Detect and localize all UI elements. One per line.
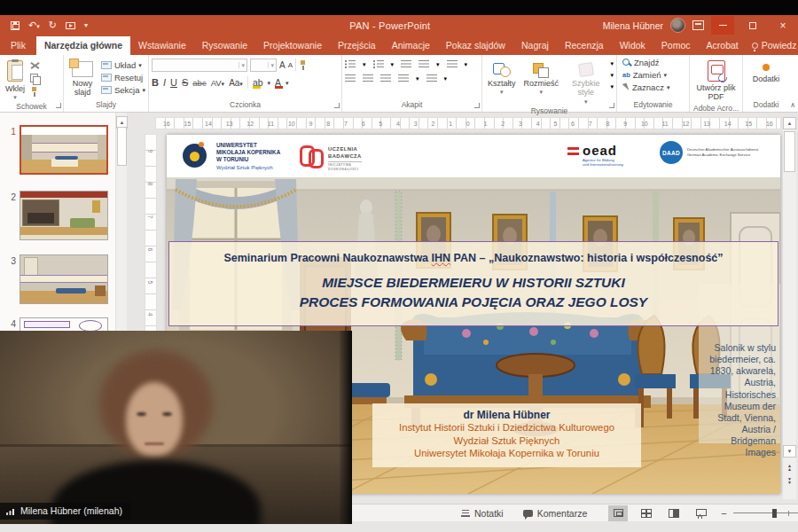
create-pdf-button[interactable]: Utwórz plik PDF [692, 58, 740, 103]
shape-fill-icon[interactable]: ▾ [610, 60, 614, 66]
shrink-font-button[interactable]: A [288, 58, 293, 72]
font-color-button[interactable]: A [275, 77, 281, 88]
indent-icon[interactable] [401, 59, 411, 68]
customize-toolbar-icon[interactable]: ▾ [84, 21, 88, 29]
comments-button[interactable]: Komentarze [523, 508, 588, 519]
align-right-icon[interactable] [380, 74, 391, 82]
horizontal-ruler[interactable]: 1615141312111098765432101234567891011121… [155, 117, 781, 129]
character-spacing-button[interactable]: AV▾ [211, 78, 224, 88]
text-direction-icon[interactable] [447, 59, 458, 68]
replace-button[interactable]: abZamień▾ [622, 70, 686, 80]
image-credit-caption[interactable]: Salonik w stylu biedermeier, ca. 1830, a… [700, 342, 776, 458]
columns-icon[interactable] [426, 74, 437, 82]
shapes-button[interactable]: Kształty▾ [485, 58, 519, 106]
tab-widok[interactable]: Widok [612, 36, 653, 55]
slide-logo-band[interactable]: UNIWERSYTET MIKOŁAJA KOPERNIKA W TORUNIU… [167, 135, 780, 177]
dialog-launcher-icon[interactable] [609, 103, 614, 108]
slide-scrollbar[interactable]: ▲ ▼ ▲▲ ▼▼ [783, 117, 796, 499]
grow-font-button[interactable]: A [279, 58, 286, 72]
slide-sorter-view-button[interactable] [636, 505, 655, 521]
dialog-launcher-icon[interactable] [474, 103, 480, 108]
reading-view-button[interactable] [663, 505, 683, 521]
zoom-slider[interactable]: − + [721, 508, 798, 519]
tab-rysowanie[interactable]: Rysowanie [194, 36, 255, 55]
find-button[interactable]: Znajdź [622, 58, 686, 67]
restore-button[interactable] [741, 16, 764, 35]
minimize-button[interactable] [711, 16, 734, 35]
tab-pokaz-slajdow[interactable]: Pokaz slajdów [438, 36, 513, 55]
select-button[interactable]: Zaznacz▾ [622, 82, 686, 92]
new-slide-button[interactable]: Nowy slajd [66, 58, 98, 99]
reset-button[interactable]: Resetuj [101, 73, 145, 82]
zoom-track[interactable] [733, 512, 798, 514]
tab-narzedzia-glowne[interactable]: Narzędzia główne [36, 36, 130, 55]
next-slide-icon[interactable]: ▼▼ [783, 474, 796, 486]
scrollbar-thumb[interactable] [117, 127, 127, 166]
thumbnail-image[interactable] [20, 125, 108, 175]
scroll-down-icon[interactable]: ▼ [783, 445, 796, 458]
change-case-button[interactable]: Aa▾ [229, 78, 243, 88]
speaker-textbox[interactable]: dr Milena Hübner Instytut Historii Sztuk… [372, 403, 641, 467]
arrange-button[interactable]: Rozmieść▾ [521, 58, 562, 106]
highlight-color-button[interactable]: ab [253, 77, 263, 88]
format-painter-icon[interactable] [30, 87, 39, 97]
section-button[interactable]: Sekcja▾ [101, 85, 145, 95]
layout-button[interactable]: Układ▾ [101, 60, 145, 70]
start-presentation-icon[interactable] [66, 22, 75, 29]
collapse-ribbon-icon[interactable]: ∧ [790, 101, 795, 109]
paste-button[interactable]: Wklej ▾ [3, 58, 27, 101]
italic-button[interactable]: I [163, 77, 166, 88]
underline-button[interactable]: U [170, 77, 177, 88]
align-center-icon[interactable] [363, 74, 373, 82]
tab-plik[interactable]: Plik [0, 36, 36, 55]
slide-thumbnail-1[interactable]: 1 [0, 125, 115, 175]
normal-view-button[interactable] [608, 505, 628, 521]
shape-effects-icon[interactable]: ▾ [610, 83, 614, 90]
ribbon-display-options-icon[interactable] [692, 20, 704, 30]
zoom-out-icon[interactable]: − [721, 508, 726, 519]
close-button[interactable]: × [771, 16, 794, 35]
slide-title-textbox[interactable]: Seminarium Pracowni Naukoznawstwa IHN PA… [168, 241, 778, 326]
bold-button[interactable]: B [152, 77, 159, 88]
quick-styles-button[interactable]: Szybkie style▾ [564, 58, 607, 106]
slide-thumbnail-2[interactable]: 2 [0, 191, 115, 240]
font-size-combo[interactable]: ▾ [250, 59, 277, 72]
tab-przejscia[interactable]: Przejścia [330, 36, 384, 55]
cut-icon[interactable] [30, 60, 40, 70]
align-left-icon[interactable] [345, 74, 356, 82]
thumbnail-image[interactable] [20, 254, 108, 304]
redo-icon[interactable]: ↻ [49, 20, 57, 31]
avatar[interactable] [670, 18, 685, 33]
tell-me-button[interactable]: Powiedz [747, 36, 798, 55]
tab-acrobat[interactable]: Acrobat [699, 36, 747, 55]
shape-outline-icon[interactable]: ▾ [610, 72, 614, 78]
zoom-thumb[interactable] [772, 509, 777, 518]
save-icon[interactable] [11, 21, 20, 30]
line-spacing-icon[interactable] [419, 59, 429, 68]
font-name-combo[interactable]: ▾ [152, 59, 247, 72]
notes-button[interactable]: Notatki [461, 508, 504, 519]
clear-formatting-icon[interactable] [299, 60, 308, 70]
dialog-launcher-icon[interactable] [56, 103, 61, 108]
tab-projektowanie[interactable]: Projektowanie [255, 36, 330, 55]
tab-pomoc[interactable]: Pomoc [653, 36, 699, 55]
copy-icon[interactable] [30, 74, 39, 83]
tab-wstawianie[interactable]: Wstawianie [130, 36, 194, 55]
previous-slide-icon[interactable]: ▲▲ [783, 461, 796, 473]
tab-recenzja[interactable]: Recenzja [557, 36, 612, 55]
justify-icon[interactable] [398, 74, 409, 82]
thumbnail-image[interactable] [20, 191, 108, 240]
slideshow-button[interactable] [691, 505, 710, 521]
scrollbar-thumb[interactable] [784, 131, 795, 172]
strikethrough-button[interactable]: abc [192, 78, 206, 88]
bullets-icon[interactable] [345, 59, 356, 68]
numbering-icon[interactable] [373, 59, 384, 68]
tab-nagraj[interactable]: Nagraj [513, 36, 557, 55]
addins-button[interactable]: Dodatki [750, 58, 783, 99]
dialog-launcher-icon[interactable] [334, 103, 340, 108]
shadow-button[interactable]: S [182, 77, 188, 88]
undo-icon[interactable]: ↶▾ [28, 20, 40, 31]
webcam-video-overlay[interactable]: Milena Hübner (milenah) [0, 331, 352, 524]
scroll-up-icon[interactable]: ▲ [783, 117, 796, 129]
slide-thumbnail-3[interactable]: 3 [0, 254, 115, 304]
